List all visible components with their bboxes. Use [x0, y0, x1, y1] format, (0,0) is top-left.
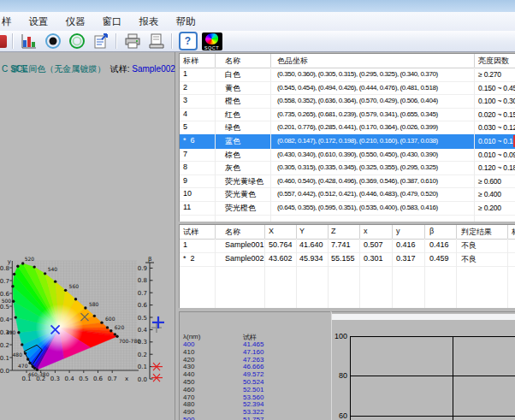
standard-row[interactable]: 11荧光橙色(0.645, 0.355), (0.595, 0.351), (0… — [180, 201, 515, 216]
col-standard[interactable]: 标样 — [183, 56, 198, 67]
col-y[interactable]: y — [396, 227, 400, 235]
graph-gridline-80 — [350, 376, 515, 376]
spectral-wavelength: 420 — [183, 356, 194, 364]
sample-row[interactable]: * 2Sample00243.60245.93455.1550.3010.317… — [180, 252, 515, 267]
clipped-toolbar-icon[interactable] — [0, 35, 7, 48]
menu-item-instrument[interactable]: 仪器 — [66, 15, 86, 28]
svg-text:0.4: 0.4 — [138, 327, 148, 334]
standard-row[interactable]: * 6蓝色(0.082, 0.147), (0.172, 0.198), (0.… — [180, 134, 515, 149]
standard-row[interactable]: 1白色(0.350, 0.360), (0.305, 0.315), (0.29… — [180, 68, 515, 82]
standard-id: 2 — [183, 83, 187, 92]
col-luminance-factor[interactable]: 亮度因数 — [478, 56, 509, 67]
toolbar: ? SQCT — [0, 31, 515, 52]
standard-id: 5 — [183, 122, 187, 131]
spectral-col-wavelength: λ(nm) — [183, 333, 200, 340]
standard-row[interactable]: 5绿色(0.201, 0.776), (0.285, 0.441), (0.17… — [180, 121, 515, 135]
svg-text:0.2: 0.2 — [0, 342, 9, 349]
spectral-value: 46.666 — [243, 363, 263, 370]
standard-name: 荧光黄色 — [225, 189, 256, 200]
col-standard-ref[interactable]: 标样 — [512, 227, 515, 238]
standard-factor: 0.100 ~ 0.300 — [478, 97, 515, 105]
sample-cell: 0.416 — [429, 240, 449, 249]
spectral-value: 52.501 — [243, 386, 263, 393]
svg-text:540: 540 — [48, 266, 58, 272]
spectral-wavelength: 490 — [183, 408, 194, 416]
menu-item-report[interactable]: 报表 — [139, 15, 159, 28]
standard-row[interactable]: 8灰色(0.305, 0.315), (0.335, 0.345), (0.32… — [180, 161, 515, 175]
svg-text:0.1: 0.1 — [0, 355, 9, 362]
col-X[interactable]: X — [269, 227, 274, 235]
col-sample[interactable]: 试样 — [183, 227, 198, 238]
standard-row[interactable]: 2黄色(0.545, 0.454), (0.494, 0.426), (0.44… — [180, 81, 515, 96]
svg-text:0.2: 0.2 — [138, 352, 147, 358]
spectral-value: 41.465 — [243, 340, 263, 348]
sample-cell: Sample002 — [225, 254, 264, 263]
svg-text:500: 500 — [2, 298, 12, 304]
standards-table-header: 标样 名称 色品坐标 亮度因数 — [180, 54, 515, 68]
graph-ytick-80: 80 — [332, 371, 347, 380]
svg-text:0.4: 0.4 — [0, 316, 10, 323]
standard-row[interactable]: 4红色(0.735, 0.265), (0.681, 0.239), (0.57… — [180, 108, 515, 122]
standard-row[interactable]: 7棕色(0.430, 0.340), (0.610, 0.390), (0.55… — [180, 148, 515, 163]
svg-text:470: 470 — [18, 363, 28, 369]
svg-text:620: 620 — [115, 324, 125, 330]
sample-cell: 45.934 — [299, 254, 323, 263]
svg-text:0.5: 0.5 — [0, 304, 9, 311]
spectral-wavelength: 480 — [183, 400, 194, 408]
standard-id: 10 — [183, 189, 192, 198]
print-preview-button[interactable] — [145, 32, 167, 50]
standard-id: 1 — [183, 69, 187, 78]
help-button[interactable]: ? — [177, 32, 198, 50]
col-name[interactable]: 名称 — [225, 227, 240, 238]
col-result[interactable]: 判定结果 — [461, 227, 492, 238]
menu-item-help[interactable]: 帮助 — [176, 15, 196, 28]
svg-text:0.6: 0.6 — [138, 302, 148, 309]
standard-coords: (0.645, 0.355), (0.595, 0.351), (0.535, … — [277, 204, 438, 211]
measure-standard-button[interactable] — [42, 32, 63, 50]
graph-y-axis — [350, 336, 351, 420]
sqct-logo-button[interactable]: SQCT — [201, 32, 222, 50]
spectral-value: 49.572 — [243, 370, 263, 378]
printer-icon — [124, 33, 141, 50]
svg-text:0.5: 0.5 — [138, 315, 147, 322]
menu-item-window[interactable]: 窗口 — [103, 15, 122, 28]
standard-factor: 0.120 ~ 0.180 — [478, 163, 515, 172]
menu-bar: 样 设置 仪器 窗口 报表 帮助 — [0, 12, 515, 32]
standard-row[interactable]: 3橙色(0.558, 0.352), (0.636, 0.364), (0.57… — [180, 94, 515, 109]
standard-name: 蓝色 — [225, 136, 240, 147]
menu-item-settings[interactable]: 设置 — [29, 15, 49, 28]
standard-factor: ≥ 0.400 — [478, 190, 501, 198]
measure-sample-button[interactable] — [66, 32, 87, 50]
print-button[interactable] — [121, 32, 143, 50]
svg-text:0.3: 0.3 — [50, 376, 60, 382]
graph-gridline-vertical — [453, 336, 453, 420]
standards-table: 标样 名称 色品坐标 亮度因数 1白色(0.350, 0.360), (0.30… — [179, 53, 515, 222]
standard-factor: ≥ 0.200 — [478, 204, 501, 212]
col-name[interactable]: 名称 — [225, 56, 240, 67]
col-Y[interactable]: Y — [299, 227, 305, 235]
sample-name: Sample002 — [132, 64, 175, 74]
sample-cell: 7.741 — [331, 240, 351, 249]
standard-coords: (0.201, 0.776), (0.285, 0.441), (0.170, … — [277, 123, 438, 131]
spectral-wavelength: 440 — [183, 370, 194, 378]
standard-row[interactable]: 10荧光黄色(0.557, 0.442), (0.512, 0.421), (0… — [180, 187, 515, 202]
standard-row[interactable]: 9荧光黄绿色(0.460, 0.540), (0.428, 0.496), (0… — [180, 175, 515, 189]
standard-name: 绿色 — [225, 122, 240, 133]
col-Z[interactable]: Z — [331, 227, 336, 235]
bar-chart-button[interactable] — [18, 32, 39, 50]
col-x[interactable]: x — [364, 227, 368, 235]
sample-cell: * 2 — [183, 254, 195, 263]
sample-row[interactable]: 1Sample00150.76441.6407.7410.5070.4160.4… — [180, 239, 515, 253]
standard-coords: (0.460, 0.540), (0.428, 0.496), (0.369, … — [277, 177, 438, 185]
standard-name: 白色 — [225, 69, 240, 80]
standard-factor: ≥ 0.600 — [478, 177, 501, 186]
standard-id: 3 — [183, 96, 187, 104]
standard-factor: 0.010 ~ 0.090 — [478, 151, 515, 159]
col-chromaticity[interactable]: 色品坐标 — [277, 56, 308, 67]
col-beta[interactable]: β — [429, 227, 434, 235]
graph-gridline-60 — [350, 416, 515, 417]
standard-name: 黄色 — [225, 83, 240, 94]
menu-item-sample[interactable]: 样 — [2, 15, 12, 28]
report-button[interactable] — [90, 32, 111, 50]
standard-coords: (0.350, 0.360), (0.305, 0.315), (0.295, … — [277, 70, 438, 78]
